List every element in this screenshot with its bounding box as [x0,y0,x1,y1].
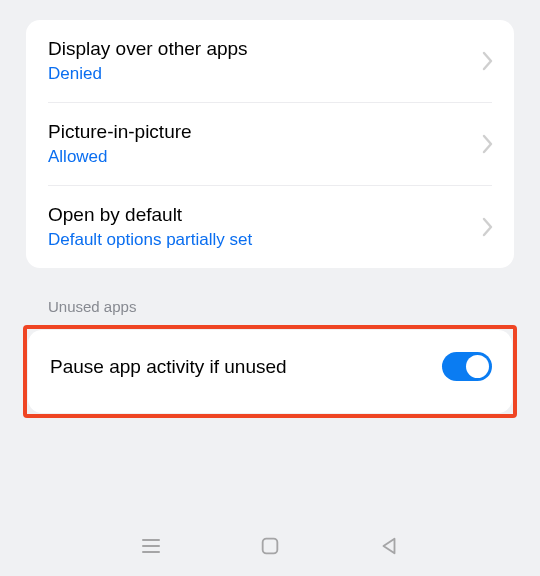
section-header-unused-apps: Unused apps [48,298,540,315]
row-display-over-apps[interactable]: Display over other apps Denied [26,20,514,102]
switch-thumb [466,355,489,378]
row-title: Display over other apps [48,38,474,60]
home-button[interactable] [258,534,282,558]
chevron-right-icon [482,216,494,238]
permissions-card: Display over other apps Denied Picture-i… [26,20,514,268]
unused-apps-card: Pause app activity if unused [28,330,512,413]
chevron-right-icon [482,50,494,72]
menu-icon [139,534,163,558]
row-status: Allowed [48,147,474,167]
row-picture-in-picture[interactable]: Picture-in-picture Allowed [26,103,514,185]
toggle-title: Pause app activity if unused [50,356,442,378]
row-title: Open by default [48,204,474,226]
row-content: Display over other apps Denied [48,38,474,84]
back-triangle-icon [378,535,400,557]
row-pause-app-activity[interactable]: Pause app activity if unused [28,330,512,413]
toggle-switch[interactable] [442,352,492,381]
svg-rect-3 [263,539,278,554]
svg-marker-4 [384,539,395,554]
recents-button[interactable] [139,534,163,558]
row-status: Denied [48,64,474,84]
chevron-right-icon [482,133,494,155]
back-button[interactable] [377,534,401,558]
row-status: Default options partially set [48,230,474,250]
highlight-box: Pause app activity if unused [23,325,517,418]
row-content: Open by default Default options partiall… [48,204,474,250]
row-open-by-default[interactable]: Open by default Default options partiall… [26,186,514,268]
row-content: Picture-in-picture Allowed [48,121,474,167]
square-icon [259,535,281,557]
navigation-bar [0,526,540,566]
row-title: Picture-in-picture [48,121,474,143]
